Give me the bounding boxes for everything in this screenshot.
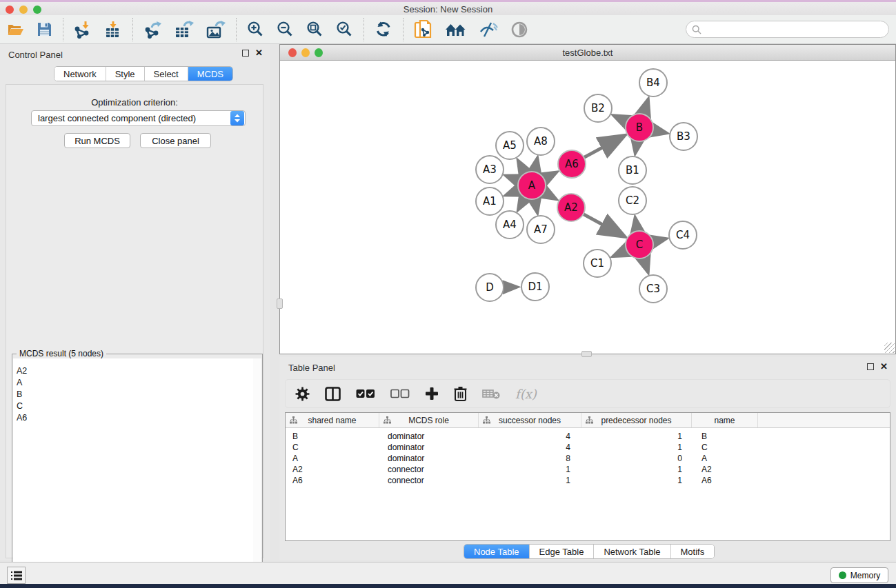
mcds-result-item[interactable]: C <box>13 400 253 412</box>
table-row[interactable]: Adominator80A <box>286 453 890 464</box>
zoom-out-button[interactable] <box>270 17 300 42</box>
graph-node-C2[interactable]: C2 <box>619 187 646 214</box>
column-successor-nodes[interactable]: successor nodes <box>479 413 581 427</box>
graph-node-A8[interactable]: A8 <box>527 128 555 155</box>
zoom-selected-button[interactable] <box>330 17 359 42</box>
zoom-fit-button[interactable] <box>300 17 330 42</box>
close-panel-button[interactable]: Close panel <box>140 133 211 148</box>
delete-column-button[interactable] <box>454 386 467 401</box>
graph-node-A4[interactable]: A4 <box>496 211 524 239</box>
table-cell[interactable]: connector <box>379 476 479 485</box>
search-input[interactable] <box>701 25 888 34</box>
home-button[interactable] <box>439 17 472 42</box>
graph-edge-A6-B[interactable] <box>581 136 624 159</box>
column-shared-name[interactable]: shared name <box>286 413 379 427</box>
table-row[interactable]: Cdominator41C <box>286 442 890 453</box>
mcds-result-item[interactable]: B <box>13 388 253 400</box>
float-panel-icon[interactable] <box>242 50 249 57</box>
zoom-in-button[interactable] <box>241 17 270 42</box>
table-cell[interactable]: C <box>286 443 379 452</box>
table-row[interactable]: A2connector11A2 <box>286 464 890 475</box>
search-field[interactable] <box>686 21 889 38</box>
function-builder-button[interactable]: f(x) <box>515 387 537 401</box>
refresh-layout-button[interactable] <box>368 17 399 42</box>
bottom-splitter-handle[interactable] <box>581 351 592 357</box>
graph-node-A2[interactable]: A2 <box>557 194 585 221</box>
import-table-button[interactable] <box>98 17 128 42</box>
show-hidden-button[interactable] <box>504 17 535 42</box>
table-cell[interactable]: connector <box>379 465 479 474</box>
table-cell[interactable]: A6 <box>692 476 758 485</box>
left-splitter-handle[interactable] <box>277 298 283 309</box>
delete-table-button[interactable] <box>482 388 500 399</box>
result-scrollbar[interactable] <box>253 358 261 588</box>
tab-motifs[interactable]: Motifs <box>671 545 715 558</box>
mcds-result-item[interactable]: A6 <box>13 412 253 423</box>
table-cell[interactable]: 8 <box>479 454 581 463</box>
tab-network[interactable]: Network <box>54 67 106 81</box>
table-cell[interactable]: 1 <box>581 465 692 474</box>
graph-node-D[interactable]: D <box>476 274 504 301</box>
copy-network-button[interactable] <box>408 17 439 42</box>
table-cell[interactable]: dominator <box>379 443 479 452</box>
tab-style[interactable]: Style <box>106 67 145 81</box>
table-cell[interactable]: 4 <box>479 443 581 452</box>
tab-mcds[interactable]: MCDS <box>188 67 232 81</box>
tab-network-table[interactable]: Network Table <box>594 545 670 558</box>
run-mcds-button[interactable]: Run MCDS <box>64 133 130 148</box>
tab-select[interactable]: Select <box>145 67 188 81</box>
export-table-button[interactable] <box>168 17 200 42</box>
graph-node-C4[interactable]: C4 <box>669 221 697 249</box>
deselect-all-button[interactable] <box>390 389 410 398</box>
tab-edge-table[interactable]: Edge Table <box>530 545 595 558</box>
table-cell[interactable]: B <box>286 432 379 441</box>
float-table-panel-icon[interactable] <box>867 363 874 370</box>
graph-node-A6[interactable]: A6 <box>558 150 586 178</box>
graph-node-A3[interactable]: A3 <box>476 156 504 183</box>
import-network-button[interactable] <box>68 17 98 42</box>
open-session-button[interactable] <box>0 17 30 42</box>
graph-node-C3[interactable]: C3 <box>639 275 667 303</box>
graph-node-B4[interactable]: B4 <box>639 69 667 97</box>
table-cell[interactable]: 0 <box>581 454 692 463</box>
table-cell[interactable]: 1 <box>581 443 692 452</box>
table-cell[interactable]: A2 <box>692 465 758 474</box>
mcds-result-item[interactable]: A <box>13 376 253 388</box>
graph-node-C[interactable]: C <box>626 231 653 258</box>
table-cell[interactable]: A6 <box>286 476 379 485</box>
table-cell[interactable]: A <box>286 454 379 463</box>
network-canvas[interactable]: B4B2BB3A5A8A6A3B1AA1C2A2A4A7C4CC1DD1C3 <box>280 61 895 354</box>
memory-button[interactable]: Memory <box>830 567 888 583</box>
tab-node-table[interactable]: Node Table <box>464 545 530 558</box>
export-image-button[interactable] <box>200 17 232 42</box>
graph-node-D1[interactable]: D1 <box>521 273 549 301</box>
table-cell[interactable]: 1 <box>581 476 692 485</box>
add-column-button[interactable] <box>425 387 439 401</box>
graph-node-A7[interactable]: A7 <box>527 216 555 243</box>
column-name[interactable]: name <box>692 413 758 427</box>
table-cell[interactable]: 1 <box>581 432 692 441</box>
resize-grip[interactable] <box>884 343 895 353</box>
graph-node-A1[interactable]: A1 <box>476 187 504 215</box>
graph-node-B[interactable]: B <box>626 114 653 141</box>
graph-node-B1[interactable]: B1 <box>619 156 646 184</box>
column-predecessor-nodes[interactable]: predecessor nodes <box>581 413 692 427</box>
graph-node-A5[interactable]: A5 <box>496 132 524 159</box>
graph-node-C1[interactable]: C1 <box>584 250 611 277</box>
graph-node-B3[interactable]: B3 <box>670 123 697 150</box>
table-cell[interactable]: dominator <box>379 432 479 441</box>
table-row[interactable]: A6connector11A6 <box>286 475 890 486</box>
table-cell[interactable]: 1 <box>479 465 581 474</box>
table-settings-button[interactable] <box>295 387 310 401</box>
show-columns-button[interactable] <box>325 387 341 401</box>
table-cell[interactable]: A <box>692 454 758 463</box>
save-session-button[interactable] <box>30 17 59 42</box>
graph-edge-A2-C[interactable] <box>581 213 624 236</box>
hide-selected-button[interactable] <box>472 17 504 42</box>
table-row[interactable]: Bdominator41B <box>286 431 890 442</box>
table-cell[interactable]: B <box>692 432 758 441</box>
column-mcds-role[interactable]: MCDS role <box>379 413 479 427</box>
criterion-select[interactable]: largest connected component (directed) <box>31 110 246 126</box>
table-cell[interactable]: 1 <box>479 476 581 485</box>
export-network-button[interactable] <box>137 17 168 42</box>
